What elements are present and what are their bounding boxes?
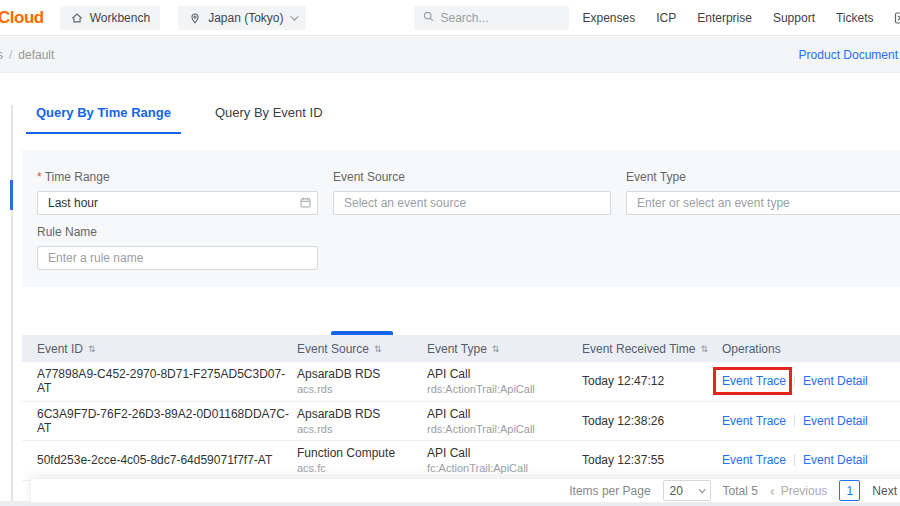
sort-icon[interactable]: ⇅ bbox=[374, 344, 382, 354]
nav-tickets[interactable]: Tickets bbox=[836, 11, 874, 25]
event-source-name: ApsaraDB RDS bbox=[297, 407, 427, 421]
chevron-left-icon: ‹ bbox=[770, 484, 775, 498]
event-received-time: Today 12:37:55 bbox=[582, 453, 722, 467]
alibaba-cloud-logo[interactable]: Cloud bbox=[0, 8, 44, 28]
col-operations: Operations bbox=[722, 342, 781, 356]
event-type-code: fc:ActionTrail:ApiCall bbox=[427, 462, 582, 474]
cloud-shell-icon[interactable] bbox=[894, 10, 900, 26]
workbench-button[interactable]: Workbench bbox=[60, 6, 160, 30]
time-range-label: Time Range bbox=[45, 170, 110, 184]
page-number-1[interactable]: 1 bbox=[839, 480, 860, 501]
event-source-field: Event Source bbox=[333, 170, 611, 215]
query-tabs: Query By Time Range Query By Event ID bbox=[36, 105, 323, 134]
time-range-input[interactable] bbox=[37, 191, 318, 215]
link-divider bbox=[794, 375, 795, 387]
home-icon bbox=[70, 11, 84, 25]
items-per-page-label: Items per Page bbox=[569, 484, 650, 498]
left-scrollbar-track[interactable] bbox=[11, 105, 13, 506]
table-row: 6C3A9F7D-76F2-26D3-89A2-0D01168DDA7C-AT … bbox=[22, 402, 900, 442]
sort-icon[interactable]: ⇅ bbox=[700, 344, 708, 354]
event-source-code: acs.rds bbox=[297, 423, 427, 435]
event-type-name: API Call bbox=[427, 407, 582, 421]
previous-page-button[interactable]: ‹ Previous bbox=[770, 484, 827, 498]
global-search[interactable] bbox=[414, 6, 569, 30]
rule-name-field: Rule Name bbox=[37, 225, 318, 270]
nav-expenses[interactable]: Expenses bbox=[583, 11, 636, 25]
event-trace-link[interactable]: Event Trace bbox=[722, 414, 786, 428]
event-id-cell: 6C3A9F7D-76F2-26D3-89A2-0D01168DDA7C-AT bbox=[37, 407, 297, 435]
col-event-received-time: Event Received Time bbox=[582, 342, 695, 356]
link-divider bbox=[794, 415, 795, 427]
nav-enterprise[interactable]: Enterprise bbox=[697, 11, 752, 25]
query-form-panel: *Time Range Event Source Event Type Rule… bbox=[22, 150, 900, 287]
rule-name-input[interactable] bbox=[37, 246, 318, 270]
top-nav: Expenses ICP Enterprise Support Tickets bbox=[583, 11, 874, 25]
nav-support[interactable]: Support bbox=[773, 11, 815, 25]
region-label: Japan (Tokyo) bbox=[208, 11, 283, 25]
event-type-label: Event Type bbox=[626, 170, 900, 184]
search-icon bbox=[422, 10, 435, 26]
table-row: 50fd253e-2cce-4c05-8dc7-64d59071f7f7-AT … bbox=[22, 441, 900, 481]
col-event-id: Event ID bbox=[37, 342, 83, 356]
event-trace-link[interactable]: Event Trace bbox=[722, 453, 786, 467]
next-page-button[interactable]: Next bbox=[872, 484, 897, 498]
event-detail-link[interactable]: Event Detail bbox=[803, 453, 868, 467]
event-source-name: Function Compute bbox=[297, 446, 427, 460]
previous-label: Previous bbox=[781, 484, 828, 498]
event-received-time: Today 12:47:12 bbox=[582, 374, 722, 388]
chevron-down-icon bbox=[698, 486, 705, 493]
breadcrumb-band: s / default Product Document bbox=[0, 37, 900, 73]
col-event-type: Event Type bbox=[427, 342, 487, 356]
event-source-select[interactable] bbox=[333, 191, 611, 215]
page-size-value: 20 bbox=[670, 484, 683, 498]
event-type-select[interactable] bbox=[626, 191, 900, 215]
link-divider bbox=[794, 454, 795, 466]
event-trace-link-highlighted[interactable]: Event Trace bbox=[722, 374, 786, 388]
event-detail-link[interactable]: Event Detail bbox=[803, 374, 868, 388]
event-type-code: rds:ActionTrail:ApiCall bbox=[427, 423, 582, 435]
breadcrumb-current: default bbox=[18, 48, 54, 62]
event-source-code: acs.rds bbox=[297, 383, 427, 395]
breadcrumb-clipped: s bbox=[0, 48, 3, 62]
required-mark: * bbox=[37, 170, 42, 184]
product-document-link[interactable]: Product Document bbox=[799, 48, 898, 62]
total-count: Total 5 bbox=[723, 484, 758, 498]
search-input[interactable] bbox=[441, 11, 561, 25]
workbench-label: Workbench bbox=[90, 11, 150, 25]
chevron-down-icon bbox=[290, 12, 298, 20]
table-header-row: Event ID⇅ Event Source⇅ Event Type⇅ Even… bbox=[22, 335, 900, 362]
event-type-code: rds:ActionTrail:ApiCall bbox=[427, 383, 582, 395]
console-screen: Cloud Workbench Japan (Tokyo) Expenses I… bbox=[0, 0, 900, 506]
event-source-label: Event Source bbox=[333, 170, 611, 184]
event-type-name: API Call bbox=[427, 446, 582, 460]
col-event-source: Event Source bbox=[297, 342, 369, 356]
pagination-bar: Items per Page 20 Total 5 ‹ Previous 1 N… bbox=[30, 478, 900, 503]
event-source-code: acs.fc bbox=[297, 462, 427, 474]
nav-icp[interactable]: ICP bbox=[656, 11, 676, 25]
event-detail-link[interactable]: Event Detail bbox=[803, 414, 868, 428]
top-bar: Cloud Workbench Japan (Tokyo) Expenses I… bbox=[0, 0, 900, 36]
event-id-cell: A77898A9-C452-2970-8D71-F275AD5C3D07-AT bbox=[37, 367, 297, 395]
breadcrumb-separator: / bbox=[9, 48, 12, 62]
table-row: A77898A9-C452-2970-8D71-F275AD5C3D07-AT … bbox=[22, 362, 900, 402]
page-size-select[interactable]: 20 bbox=[663, 480, 711, 501]
tab-query-by-time-range[interactable]: Query By Time Range bbox=[26, 105, 181, 134]
calendar-icon[interactable] bbox=[299, 196, 312, 212]
sort-icon[interactable]: ⇅ bbox=[492, 344, 500, 354]
rule-name-label: Rule Name bbox=[37, 225, 318, 239]
region-selector[interactable]: Japan (Tokyo) bbox=[178, 6, 305, 30]
location-pin-icon bbox=[188, 11, 202, 25]
left-scrollbar-thumb[interactable] bbox=[10, 180, 13, 210]
event-type-field: Event Type bbox=[626, 170, 900, 215]
event-id-cell: 50fd253e-2cce-4c05-8dc7-64d59071f7f7-AT bbox=[37, 453, 297, 467]
sort-icon[interactable]: ⇅ bbox=[88, 344, 96, 354]
event-source-name: ApsaraDB RDS bbox=[297, 367, 427, 381]
events-table: Event ID⇅ Event Source⇅ Event Type⇅ Even… bbox=[22, 335, 900, 481]
event-type-name: API Call bbox=[427, 367, 582, 381]
tab-query-by-event-id[interactable]: Query By Event ID bbox=[215, 105, 323, 134]
time-range-field: *Time Range bbox=[37, 170, 318, 215]
event-received-time: Today 12:38:26 bbox=[582, 414, 722, 428]
